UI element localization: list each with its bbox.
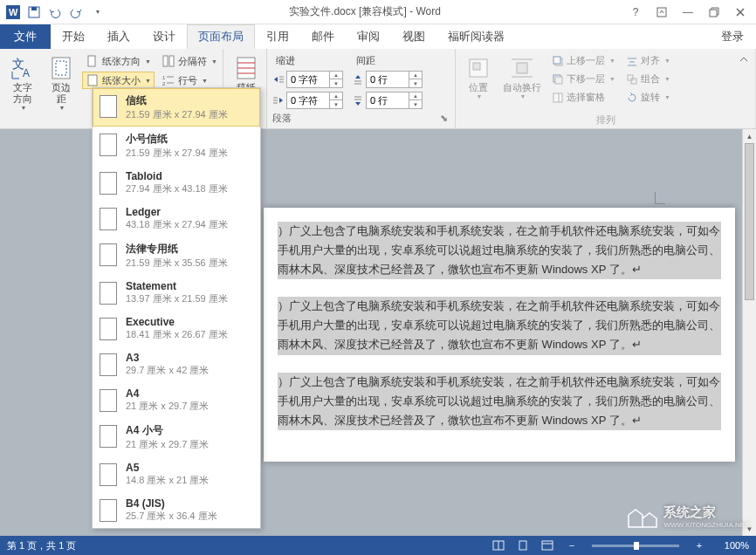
spinner-up[interactable]: ▲ xyxy=(409,72,422,79)
indent-right-spinner[interactable]: ▲▼ xyxy=(286,92,343,109)
login-link[interactable]: 登录 xyxy=(709,24,756,49)
page-size-option[interactable]: A4 21 厘米 x 29.7 厘米 xyxy=(93,382,260,418)
bring-forward-button[interactable]: 上移一层▼ xyxy=(548,52,619,69)
page-size-button[interactable]: 纸张大小▼ xyxy=(82,72,155,89)
page-size-option[interactable]: 信纸 21.59 厘米 x 27.94 厘米 xyxy=(93,88,260,127)
page-size-option[interactable]: Ledger 43.18 厘米 x 27.94 厘米 xyxy=(93,201,260,236)
position-button[interactable]: 位置▼ xyxy=(461,52,496,101)
word-app-icon[interactable]: W xyxy=(3,3,23,22)
space-before-spinner[interactable]: ▲▼ xyxy=(366,71,423,88)
tab-design[interactable]: 设计 xyxy=(141,24,187,49)
page-size-dimensions: 21 厘米 x 29.7 厘米 xyxy=(126,400,253,413)
breaks-button[interactable]: 分隔符▼ xyxy=(158,52,221,70)
arrange-group-label: 排列 xyxy=(596,113,615,127)
wrap-text-button[interactable]: 自动换行▼ xyxy=(499,52,545,101)
page-icon xyxy=(100,282,117,305)
page-size-option[interactable]: Tabloid 27.94 厘米 x 43.18 厘米 xyxy=(93,165,260,201)
zoom-slider-thumb[interactable] xyxy=(634,542,639,550)
spinner-down[interactable]: ▼ xyxy=(409,79,422,87)
zoom-slider[interactable] xyxy=(592,545,679,547)
window-controls: ? — xyxy=(623,3,753,22)
spinner-down[interactable]: ▼ xyxy=(330,79,342,87)
indent-right-input[interactable] xyxy=(287,95,329,106)
rotate-button[interactable]: 旋转▼ xyxy=(622,89,674,106)
page-size-option[interactable]: B4 (JIS) 25.7 厘米 x 36.4 厘米 xyxy=(93,492,260,528)
svg-rect-51 xyxy=(542,541,553,550)
save-button[interactable] xyxy=(24,3,44,22)
tab-insert[interactable]: 插入 xyxy=(96,24,141,49)
read-mode-button[interactable] xyxy=(489,538,508,553)
align-button[interactable]: 对齐▼ xyxy=(622,52,674,69)
svg-rect-46 xyxy=(628,75,633,80)
scroll-up-button[interactable]: ▲ xyxy=(743,129,756,143)
watermark-logo-icon xyxy=(625,503,658,531)
page-indicator[interactable]: 第 1 页，共 1 页 xyxy=(7,539,76,552)
text-direction-button[interactable]: 文A 文字方向 ▼ xyxy=(5,52,40,113)
vertical-scrollbar[interactable]: ▲ ▼ xyxy=(742,129,756,536)
spinner-up[interactable]: ▲ xyxy=(330,92,342,100)
web-layout-button[interactable] xyxy=(538,538,557,553)
tab-view[interactable]: 视图 xyxy=(391,24,436,49)
page-size-option[interactable]: 法律专用纸 21.59 厘米 x 35.56 厘米 xyxy=(93,236,260,275)
zoom-in-button[interactable]: + xyxy=(690,538,709,553)
document-page[interactable]: ）广义上包含了电脑系统安装和手机系统安装，在之前手机软件还电脑系统安装，可如今手… xyxy=(264,208,735,462)
tab-references[interactable]: 引用 xyxy=(255,24,300,49)
svg-text:1: 1 xyxy=(162,75,166,80)
collapse-ribbon-button[interactable] xyxy=(735,52,753,66)
tab-page-layout[interactable]: 页面布局 xyxy=(187,24,255,49)
margins-button[interactable]: 页边距 ▼ xyxy=(44,52,79,113)
spinner-up[interactable]: ▲ xyxy=(409,92,422,100)
spinner-down[interactable]: ▼ xyxy=(330,100,342,108)
print-layout-button[interactable] xyxy=(513,538,533,553)
tab-mailings[interactable]: 邮件 xyxy=(300,24,346,49)
send-backward-button[interactable]: 下移一层▼ xyxy=(548,71,619,87)
ribbon-display-button[interactable] xyxy=(649,3,674,22)
page-size-option[interactable]: A4 小号 21 厘米 x 29.7 厘米 xyxy=(93,418,260,456)
orientation-button[interactable]: 纸张方向▼ xyxy=(82,52,155,70)
minimize-button[interactable]: — xyxy=(676,3,700,22)
tab-home[interactable]: 开始 xyxy=(51,24,96,49)
space-after-spinner[interactable]: ▲▼ xyxy=(366,92,423,109)
page-size-option[interactable]: 小号信纸 21.59 厘米 x 27.94 厘米 xyxy=(93,127,260,165)
align-icon xyxy=(626,55,638,67)
tab-review[interactable]: 审阅 xyxy=(346,24,391,49)
selection-pane-button[interactable]: 选择窗格 xyxy=(548,89,619,106)
page-size-name: B4 (JIS) xyxy=(126,497,253,510)
text-direction-icon: 文A xyxy=(9,54,37,82)
page-size-option[interactable]: A3 29.7 厘米 x 42 厘米 xyxy=(93,346,260,382)
page-size-option[interactable]: Executive 18.41 厘米 x 26.67 厘米 xyxy=(93,311,260,346)
page-size-option[interactable]: A5 14.8 厘米 x 21 厘米 xyxy=(93,456,260,492)
quick-access-toolbar: W ▼ xyxy=(3,3,107,22)
tab-foxit[interactable]: 福昕阅读器 xyxy=(436,24,516,49)
document-paragraph[interactable]: ）广义上包含了电脑系统安装和手机系统安装，在之前手机软件还电脑系统安装，可如今手… xyxy=(278,297,721,354)
space-after-input[interactable] xyxy=(367,95,409,106)
document-paragraph[interactable]: ）广义上包含了电脑系统安装和手机系统安装，在之前手机软件还电脑系统安装，可如今手… xyxy=(278,222,721,279)
file-tab[interactable]: 文件 xyxy=(0,24,51,49)
document-paragraph[interactable]: ）广义上包含了电脑系统安装和手机系统安装，在之前手机软件还电脑系统安装，可如今手… xyxy=(278,373,721,430)
space-before-input[interactable] xyxy=(367,74,409,85)
restore-button[interactable] xyxy=(702,3,726,22)
window-title: 实验文件.docx [兼容模式] - Word xyxy=(107,4,623,19)
paragraph-launcher[interactable]: ⬊ xyxy=(437,112,450,124)
spinner-up[interactable]: ▲ xyxy=(330,72,342,79)
undo-button[interactable] xyxy=(45,3,65,22)
spinner-down[interactable]: ▼ xyxy=(409,100,422,108)
page-size-option[interactable]: Statement 13.97 厘米 x 21.59 厘米 xyxy=(93,275,260,311)
redo-button[interactable] xyxy=(66,3,86,22)
svg-rect-33 xyxy=(473,63,480,70)
qat-customize-dropdown[interactable]: ▼ xyxy=(87,3,107,22)
close-button[interactable] xyxy=(728,3,753,22)
help-button[interactable]: ? xyxy=(623,3,648,22)
indent-left-input[interactable] xyxy=(287,74,329,85)
space-after-icon xyxy=(352,94,364,106)
page-icon xyxy=(100,243,117,266)
svg-rect-13 xyxy=(169,56,174,66)
zoom-percentage[interactable]: 100% xyxy=(714,540,749,551)
group-button[interactable]: 组合▼ xyxy=(622,71,674,87)
indent-left-icon xyxy=(272,73,285,86)
cursor-indicator xyxy=(655,192,665,204)
scrollbar-thumb[interactable] xyxy=(745,143,754,300)
indent-left-spinner[interactable]: ▲▼ xyxy=(286,71,343,88)
line-numbers-button[interactable]: 12 行号▼ xyxy=(158,72,221,89)
zoom-out-button[interactable]: − xyxy=(562,538,581,553)
